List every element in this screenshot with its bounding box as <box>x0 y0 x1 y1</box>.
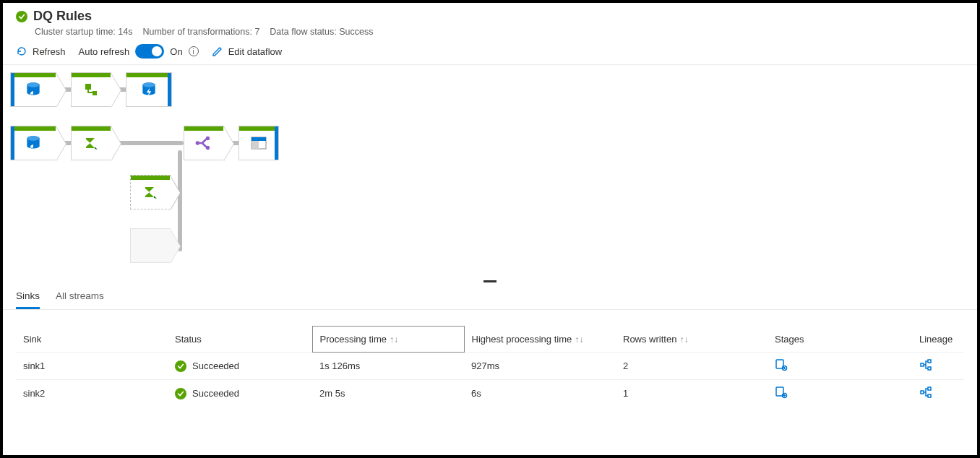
cell-status: Succeeded <box>168 353 312 380</box>
pane-splitter[interactable] <box>483 280 497 282</box>
svg-point-5 <box>142 82 155 87</box>
cell-rows: 2 <box>616 353 768 380</box>
svg-rect-18 <box>928 367 931 370</box>
stages-icon[interactable] <box>775 363 788 373</box>
svg-rect-2 <box>85 84 91 90</box>
node-transform-1[interactable] <box>71 72 111 107</box>
sigma-icon <box>81 133 101 153</box>
success-icon <box>175 388 186 399</box>
transform-icon <box>81 79 101 100</box>
database-icon <box>23 133 43 153</box>
cell-status: Succeeded <box>168 380 312 407</box>
svg-rect-3 <box>93 91 97 95</box>
cell-sink: sink2 <box>16 380 168 407</box>
col-stages[interactable]: Stages <box>768 327 912 353</box>
cell-lineage[interactable] <box>912 353 964 380</box>
edit-icon <box>212 46 223 57</box>
cell-stages[interactable] <box>768 353 912 380</box>
node-split[interactable] <box>184 126 224 160</box>
auto-refresh-label: Auto refresh <box>79 46 130 57</box>
sort-icon: ↑↓ <box>390 334 398 345</box>
svg-point-10 <box>196 141 199 144</box>
refresh-label: Refresh <box>33 46 66 57</box>
cell-lineage[interactable] <box>912 380 964 407</box>
svg-rect-22 <box>928 387 931 390</box>
cell-highest: 927ms <box>464 353 616 380</box>
col-lineage[interactable]: Lineage <box>912 327 964 353</box>
svg-rect-16 <box>921 363 924 366</box>
lineage-icon[interactable] <box>919 390 932 401</box>
cluster-startup-text: Cluster startup time: 14s <box>35 27 132 37</box>
cell-rows: 1 <box>616 380 768 407</box>
sigma-icon <box>140 182 160 202</box>
flow-status-text: Data flow status: Success <box>270 27 373 37</box>
svg-rect-12 <box>252 137 266 141</box>
svg-rect-17 <box>928 360 931 363</box>
svg-point-8 <box>206 137 210 140</box>
node-placeholder[interactable] <box>130 228 171 263</box>
database-lightning-icon <box>139 79 159 100</box>
cell-processing-time: 1s 126ms <box>312 353 464 380</box>
transformations-text: Number of transformations: 7 <box>142 27 259 37</box>
stages-icon[interactable] <box>775 390 788 401</box>
table-sink-icon <box>249 133 269 153</box>
tab-sinks[interactable]: Sinks <box>16 286 40 309</box>
info-icon[interactable]: i <box>189 46 199 56</box>
svg-rect-13 <box>252 141 259 149</box>
col-sink[interactable]: Sink <box>16 327 168 353</box>
tab-all-streams[interactable]: All streams <box>56 286 104 309</box>
node-sink-table[interactable] <box>238 126 279 160</box>
cell-stages[interactable] <box>768 380 912 407</box>
svg-point-7 <box>27 136 39 141</box>
success-icon <box>175 360 186 372</box>
col-status[interactable]: Status <box>168 327 312 353</box>
edit-dataflow-button[interactable]: Edit dataflow <box>212 46 282 57</box>
database-icon <box>23 79 43 100</box>
svg-point-1 <box>27 82 39 87</box>
node-aggregate-1[interactable] <box>71 126 111 160</box>
table-row[interactable]: sink2 Succeeded 2m 5s 6s 1 <box>16 380 964 407</box>
sinks-table: Sink Status Processing time↑↓ Highest pr… <box>16 326 964 407</box>
node-aggregate-2[interactable] <box>130 175 171 209</box>
node-sink-lightning[interactable] <box>126 72 172 107</box>
cell-highest: 6s <box>464 380 616 407</box>
page-title: DQ Rules <box>33 9 92 24</box>
auto-refresh-toggle[interactable] <box>135 44 164 59</box>
split-icon <box>194 133 214 153</box>
sort-icon: ↑↓ <box>679 334 688 345</box>
col-processing-time[interactable]: Processing time↑↓ <box>312 327 464 353</box>
refresh-button[interactable]: Refresh <box>16 46 66 57</box>
refresh-icon <box>16 46 27 57</box>
node-source-db-1[interactable] <box>10 72 56 107</box>
cell-sink: sink1 <box>16 353 168 380</box>
cell-processing-time: 2m 5s <box>312 380 464 407</box>
col-highest-processing-time[interactable]: Highest processing time↑↓ <box>464 327 616 353</box>
table-row[interactable]: sink1 Succeeded 1s 126ms 927ms 2 <box>16 353 964 380</box>
node-source-db-2[interactable] <box>10 126 56 160</box>
dataflow-diagram[interactable] <box>3 65 977 282</box>
svg-point-9 <box>206 146 210 150</box>
col-rows-written[interactable]: Rows written↑↓ <box>616 327 768 353</box>
lineage-icon[interactable] <box>919 363 932 373</box>
svg-rect-21 <box>921 391 924 394</box>
svg-rect-23 <box>928 394 931 397</box>
edit-dataflow-label: Edit dataflow <box>228 46 282 57</box>
auto-refresh-value: On <box>170 46 182 57</box>
sort-icon: ↑↓ <box>575 334 583 345</box>
success-icon <box>16 11 27 22</box>
